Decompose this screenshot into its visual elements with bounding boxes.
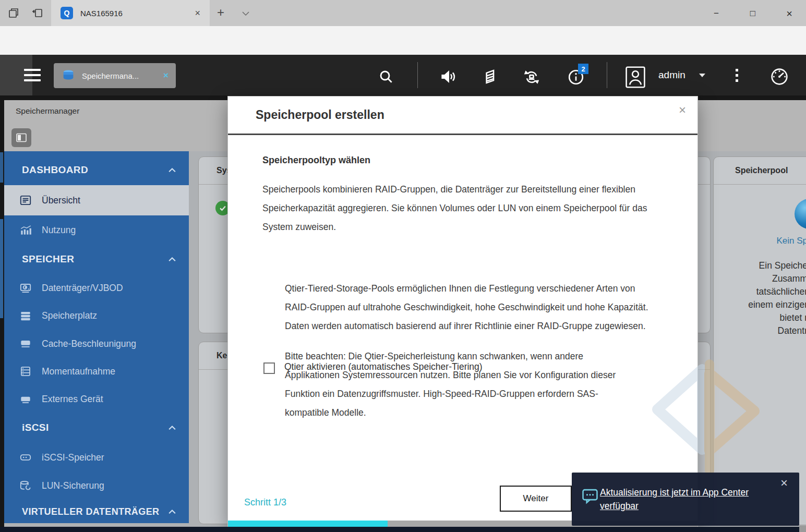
sidebar-item-cache-beschleunigung[interactable]: Cache-Beschleunigung — [4, 330, 189, 358]
app-window-title: Speichermanager — [16, 106, 79, 116]
tab-preview-icon[interactable] — [7, 7, 20, 19]
pool-description-text: Ein Speiche Zusamm tatsächlicher einem e… — [748, 259, 806, 337]
app-tab-close-icon[interactable]: × — [163, 70, 169, 81]
dialog-title: Speicherpool erstellen — [256, 108, 384, 122]
volume-icon[interactable] — [439, 68, 458, 86]
new-tab-icon[interactable]: + — [217, 6, 224, 19]
main-menu-icon[interactable] — [24, 69, 41, 81]
update-available-link[interactable]: Aktualisierung ist jetzt im App Center v… — [600, 486, 749, 513]
sidebar-item-momentaufnahme[interactable]: Momentaufnahme — [4, 358, 189, 385]
browser-tab-title: NAS165916 — [80, 9, 195, 18]
storage-pool-panel: Speicherpool — [713, 156, 806, 525]
background-tasks-icon[interactable] — [481, 68, 499, 86]
usage-chart-icon — [19, 223, 32, 237]
lun-backup-icon — [19, 479, 32, 493]
sidebar-section-dashboard[interactable]: DASHBOARD — [4, 156, 189, 184]
sidebar-item-speicherplatz[interactable]: Speicherplatz — [4, 302, 189, 330]
pool-intro-text: Speicherpools kombinieren RAID-Gruppen, … — [262, 180, 647, 236]
desktop-left-edge — [0, 152, 3, 183]
chevron-up-icon[interactable] — [167, 507, 177, 516]
snapshot-icon — [19, 365, 32, 378]
dialog-header: Speicherpool erstellen × — [228, 96, 697, 134]
sidebar-item-nutzung[interactable]: Nutzung — [4, 215, 189, 245]
next-button[interactable]: Weiter — [500, 486, 572, 512]
sidebar-item-externes-geraet[interactable]: Externes Gerät — [4, 385, 189, 413]
qtier-checkbox[interactable] — [263, 362, 275, 374]
pool-sphere-icon — [795, 199, 806, 229]
search-icon[interactable] — [378, 68, 394, 85]
more-options-kebab-icon[interactable] — [736, 69, 738, 82]
user-avatar-icon[interactable] — [624, 66, 647, 89]
user-name-label[interactable]: admin — [658, 69, 685, 81]
qnap-favicon: Q — [61, 7, 73, 19]
dashboard-gauge-icon[interactable] — [769, 66, 790, 87]
window-maximize-button[interactable]: □ — [741, 6, 765, 21]
dialog-close-icon[interactable]: × — [679, 103, 686, 117]
create-storage-pool-dialog: Speicherpool erstellen × Speicherpooltyp… — [228, 96, 697, 527]
system-info-icon[interactable]: 2 — [567, 68, 585, 87]
app-tab-label: Speichermana... — [82, 71, 163, 80]
tab-list-chevron-icon[interactable] — [241, 10, 250, 17]
wizard-step-label: Schritt 1/3 — [244, 497, 286, 508]
sidebar-section-virtueller-datentraeger[interactable]: VIRTUELLER DATENTRÄGER — [4, 500, 189, 523]
sidebar-section-iscsi[interactable]: iSCSI — [4, 414, 189, 441]
storage-app-icon — [61, 68, 76, 83]
pool-status-text: Kein Sp — [776, 236, 806, 246]
dialog-header-rule — [228, 134, 697, 135]
disks-icon — [19, 281, 32, 295]
sidebar-item-uebersicht[interactable]: Übersicht — [4, 185, 189, 215]
window-minimize-button[interactable]: − — [704, 6, 728, 21]
storage-space-icon — [19, 309, 32, 323]
browser-navbar: ↻ ☆ — [0, 26, 806, 55]
toast-close-icon[interactable]: × — [780, 476, 788, 490]
notification-count-badge: 2 — [578, 64, 588, 74]
pool-type-heading: Speicherpooltyp wählen — [262, 155, 370, 166]
window-close-button[interactable]: × — [777, 6, 801, 21]
update-toast: Aktualisierung ist jetzt im App Center v… — [572, 473, 799, 526]
toolbar-divider — [417, 62, 418, 88]
wizard-progress-fill — [228, 521, 388, 527]
storage-pool-panel-header: Speicherpool — [735, 166, 788, 175]
desktop-bottom-band — [0, 527, 806, 532]
set-tabs-aside-icon[interactable] — [31, 7, 44, 19]
tab-close-icon[interactable]: × — [195, 8, 200, 18]
chevron-up-icon[interactable] — [167, 424, 177, 432]
sidebar: DASHBOARD Übersicht Nutzung SPEICHER — [4, 151, 189, 523]
toolbar-divider — [607, 62, 607, 88]
sidebar-section-speicher[interactable]: SPEICHER — [4, 246, 189, 272]
sidebar-item-iscsi-speicher[interactable]: iSCSI-Speicher — [4, 443, 189, 472]
sidebar-item-datentraeger-vjbod[interactable]: Datenträger/VJBOD — [4, 274, 189, 302]
user-menu-caret-icon[interactable] — [699, 74, 705, 77]
overview-icon — [19, 194, 32, 207]
browser-tab[interactable]: Q NAS165916 × — [51, 0, 210, 26]
screen: Q NAS165916 × + − □ × ↻ — [0, 0, 806, 532]
desktop-left-edge — [0, 219, 3, 318]
message-bubble-icon — [580, 486, 600, 506]
sidebar-item-lun-sicherung[interactable]: LUN-Sicherung — [4, 472, 189, 500]
qtier-note-text: Bitte beachten: Die Qtier-Speicherleistu… — [285, 347, 616, 422]
cache-drive-icon — [19, 337, 32, 350]
browser-titlebar: Q NAS165916 × + − □ × — [0, 0, 806, 26]
external-device-icon — [19, 392, 32, 406]
layout-panel-button[interactable] — [11, 128, 31, 147]
iscsi-storage-icon — [19, 451, 32, 464]
chevron-up-icon[interactable] — [167, 255, 177, 263]
qts-toolbar: Speichermana... × — [0, 55, 806, 95]
firmware-sync-icon[interactable] — [522, 68, 541, 87]
qtier-description-text: Qtier-Tiered-Storage-Pools ermöglichen I… — [285, 279, 648, 335]
open-app-tab-storage-manager[interactable]: Speichermana... × — [54, 63, 176, 88]
chevron-up-icon[interactable] — [167, 166, 177, 174]
window-resize-corner — [799, 526, 806, 532]
